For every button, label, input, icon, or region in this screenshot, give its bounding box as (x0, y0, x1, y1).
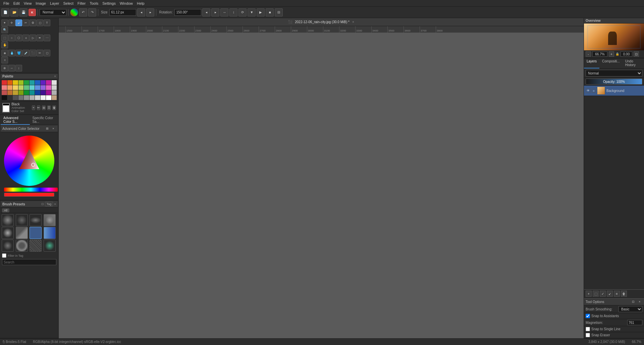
brush-item-12[interactable] (44, 240, 56, 252)
specific-color-tab[interactable]: Specific Color Sa... (30, 115, 58, 125)
align-btn[interactable]: ▼ (248, 8, 256, 16)
merge-layer-btn[interactable]: ✓ (600, 291, 606, 297)
brush-size-input[interactable] (109, 9, 136, 16)
transform-tool[interactable]: ✦ (1, 19, 8, 26)
calligraphy-tool[interactable]: ✒ (37, 35, 43, 41)
palette-swatch[interactable] (24, 95, 29, 100)
brush-tool[interactable]: 🖌 (15, 19, 22, 26)
select-rect-tool[interactable]: ⬚ (1, 35, 8, 41)
palette-swatch[interactable] (41, 80, 46, 85)
layer-options-btn[interactable]: ≡ (614, 291, 620, 297)
smart-fill-tool[interactable]: ⬛ (30, 50, 36, 56)
brush-size-inc[interactable]: ▸ (146, 8, 154, 16)
layer-visibility-toggle[interactable]: 👁 (586, 88, 590, 93)
palette-swatch[interactable] (46, 90, 51, 95)
palette-swatch[interactable] (41, 95, 46, 100)
brush-item-4[interactable] (44, 214, 56, 226)
palette-swatch[interactable] (30, 80, 35, 85)
text-tool[interactable]: T (44, 19, 50, 26)
add-layer-btn[interactable]: + (586, 291, 592, 297)
brush-item-5[interactable] (2, 227, 14, 239)
hue-slider[interactable] (4, 188, 58, 192)
palette-swatch[interactable] (52, 90, 57, 95)
menu-tools[interactable]: Tools (88, 0, 101, 6)
snap-eraser-checkbox[interactable] (586, 333, 590, 337)
enclose-fill-tool[interactable]: 🪣 (15, 50, 22, 56)
menu-image[interactable]: Image (34, 0, 48, 6)
canvas-close-btn[interactable]: ⬛ (288, 20, 292, 24)
palette-swatch[interactable] (46, 95, 51, 100)
layer-item-background[interactable]: 👁 α Background (584, 86, 644, 96)
snap-single-line-checkbox[interactable] (586, 327, 590, 331)
canvas-close-icon[interactable]: × (352, 20, 354, 24)
color-triangle[interactable] (16, 147, 43, 174)
palette-swatch[interactable] (18, 90, 24, 95)
color-list-btn[interactable]: ☰ (47, 105, 51, 110)
palette-swatch[interactable] (13, 85, 18, 90)
palette-swatch[interactable] (52, 95, 57, 100)
palette-swatch[interactable] (35, 90, 40, 95)
delete-color-btn[interactable]: 🗑 (52, 105, 56, 110)
palette-swatch[interactable] (35, 95, 40, 100)
palette-swatch[interactable] (13, 80, 18, 85)
mirror-v-btn[interactable]: ↕ (229, 8, 237, 16)
group-layer-btn[interactable]: ⬚ (593, 291, 599, 297)
palette-swatch[interactable] (30, 85, 35, 90)
measure-tool[interactable]: ↔ (8, 65, 15, 71)
play-btn[interactable]: ▶ (257, 8, 265, 16)
contiguous-sel-tool[interactable]: ⚙ (30, 19, 36, 26)
palette-swatch[interactable] (24, 80, 29, 85)
palette-swatch[interactable] (35, 80, 40, 85)
menu-settings[interactable]: Settings (100, 0, 118, 6)
palette-swatch[interactable] (41, 85, 46, 90)
palette-swatch[interactable] (35, 85, 40, 90)
adv-color-tab1[interactable]: Advanced Color S... (1, 115, 30, 125)
palette-swatch[interactable] (41, 90, 46, 95)
palette-swatch[interactable] (52, 80, 57, 85)
rotation-dec[interactable]: ◂ (202, 8, 210, 16)
color-select-btn[interactable] (70, 8, 78, 16)
palette-swatch[interactable] (52, 85, 57, 90)
palette-swatch[interactable] (7, 90, 13, 95)
mirror-h-btn[interactable]: ↔ (220, 8, 228, 16)
expand-btn[interactable]: ⊡ (634, 51, 639, 57)
smart-patch-tool[interactable]: ✂ (22, 19, 29, 26)
adv-color-options-btn[interactable]: ⊞ (45, 126, 50, 131)
opacity-slider[interactable]: Opacity: 100% (586, 79, 642, 85)
palette-swatch[interactable] (2, 95, 7, 100)
palette-swatch[interactable] (13, 95, 18, 100)
overview-thumbnail[interactable] (584, 23, 644, 50)
undo-history-tab[interactable]: Undo History (623, 58, 644, 68)
move-layer-down-btn[interactable]: ↙ (607, 291, 613, 297)
brush-smoothing-select[interactable]: Basic None Weighted Stabilizer (619, 306, 642, 312)
color-wheel-ring[interactable] (4, 136, 54, 186)
palette-close[interactable]: × (54, 75, 56, 78)
crop-tool[interactable]: ⌗ (1, 57, 8, 63)
color-grid-btn[interactable]: ⊞ (42, 105, 45, 110)
menu-select[interactable]: Select (61, 0, 75, 6)
multi-brush-tool[interactable]: ⋯ (44, 35, 50, 41)
brush-item-6[interactable] (16, 227, 28, 239)
brush-size-dec[interactable]: ◂ (137, 8, 145, 16)
stop-btn[interactable]: ■ (266, 8, 274, 16)
palette-swatch[interactable] (7, 95, 13, 100)
eraser-tool[interactable]: ◻ (44, 50, 50, 56)
palette-swatch[interactable] (2, 85, 7, 90)
new-document-btn[interactable]: 📄 (1, 8, 9, 16)
magnetism-input[interactable] (627, 320, 642, 325)
gradient-tool[interactable]: ◈ (1, 50, 8, 56)
layers-tab[interactable]: Layers (584, 58, 599, 68)
zoom-dec-btn[interactable]: - (586, 51, 591, 57)
brush-item-2[interactable] (16, 214, 28, 226)
brush-search-input[interactable] (2, 259, 56, 265)
redo-btn[interactable]: ↷ (88, 8, 96, 16)
menu-layer[interactable]: Layer (48, 0, 61, 6)
palette-swatch[interactable] (30, 90, 35, 95)
magnetic-sel-tool[interactable]: ↕ (15, 65, 22, 71)
rotation-inc[interactable]: ▸ (211, 8, 219, 16)
brush-tag-btn[interactable]: Tag (45, 202, 53, 206)
assistant-tool[interactable]: ⊕ (1, 65, 8, 71)
saturation-slider[interactable] (4, 193, 54, 197)
menu-edit[interactable]: Edit (11, 0, 22, 6)
brush-presets-close[interactable]: × (54, 202, 56, 206)
